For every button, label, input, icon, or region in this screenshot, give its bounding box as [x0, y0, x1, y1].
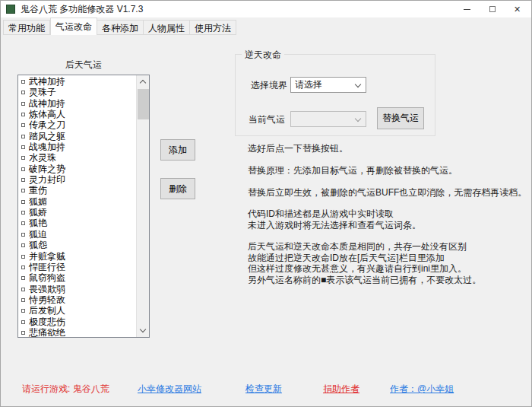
unowned-square-icon	[21, 309, 25, 313]
minimize-button[interactable]	[454, 1, 480, 17]
list-item[interactable]: 后发制人	[18, 305, 136, 316]
list-item-label: 畏强欺弱	[29, 284, 65, 294]
defy-fate-groupbox: 逆天改命 选择境界： 请选择 当前气运 替换气运	[235, 54, 435, 136]
list-item[interactable]: 狐艳	[18, 218, 136, 228]
list-item[interactable]: 武神加持	[18, 76, 136, 87]
unowned-square-icon	[21, 243, 25, 247]
list-item[interactable]: 狐迫	[18, 229, 136, 240]
list-item[interactable]: 灵力封印	[18, 174, 136, 185]
list-item-label: 狐怨	[29, 240, 47, 250]
donate-link[interactable]: 捐助作者	[323, 383, 359, 396]
current-fortune-label: 当前气运	[249, 113, 285, 126]
list-item-label: 传承之刀	[29, 119, 65, 130]
list-item-label: 灵珠子	[29, 87, 56, 97]
unowned-square-icon	[21, 288, 25, 291]
list-item[interactable]: 悍匪行径	[18, 262, 136, 272]
list-item[interactable]: 并赃拿贼	[18, 251, 136, 262]
tab-fortune-change[interactable]: 气运改命	[50, 17, 97, 35]
fortune-list: 武神加持灵珠子战神加持炼体高人传承之刀踏风之躯战魂加持水灵珠破阵之势灵力封印重伤…	[18, 76, 136, 337]
tab-strip: 常用功能 气运改命 各种添加 人物属性 使用方法	[1, 17, 531, 35]
note-realtime-read: 代码ID和描述都是从游戏中实时读取 未进入游戏时将无法选择和查看气运词条。	[248, 208, 421, 231]
window-title: 鬼谷八荒 多功能修改器 V1.7.3	[21, 1, 143, 17]
title-bar: 鬼谷八荒 多功能修改器 V1.7.3 ✕	[1, 1, 531, 17]
unowned-square-icon	[21, 221, 25, 225]
list-item-label: 战神加持	[29, 98, 65, 109]
tab-character-attributes[interactable]: 人物属性	[144, 20, 190, 35]
unowned-square-icon	[21, 145, 25, 149]
list-item-label: 极度悲伤	[29, 316, 65, 327]
delete-button[interactable]: 删除	[160, 178, 195, 199]
fortune-listbox: 武神加持灵珠子战神加持炼体高人传承之刀踏风之躯战魂加持水灵珠破阵之势灵力封印重伤…	[17, 75, 150, 338]
scroll-up-button[interactable]	[137, 75, 150, 88]
list-item-label: 悍匪行径	[29, 262, 65, 272]
list-item[interactable]: 炼体高人	[18, 109, 136, 119]
chevron-down-icon	[355, 81, 361, 87]
tab-common-functions[interactable]: 常用功能	[3, 20, 50, 35]
app-icon	[6, 5, 15, 14]
maximize-icon	[489, 6, 496, 12]
list-item-label: 狐娇	[29, 207, 47, 218]
list-item[interactable]: 战魂加持	[18, 141, 136, 152]
list-item-label: 狐迫	[29, 229, 47, 240]
add-button[interactable]: 添加	[160, 139, 195, 161]
list-item[interactable]: 狐怨	[18, 240, 136, 250]
realm-label: 选择境界：	[251, 79, 296, 92]
current-fortune-select[interactable]	[290, 111, 366, 127]
list-scrollbar[interactable]	[136, 75, 149, 337]
scroll-thumb[interactable]	[138, 89, 149, 119]
note-extra-info: 后天气运和逆天改命本质是相同的，共存一处没有区别 故能通过把逆天改命ID放在[后…	[248, 241, 481, 285]
note-line: 后天气运和逆天改命本质是相同的，共存一处没有区别	[248, 241, 481, 253]
unowned-square-icon	[21, 135, 25, 138]
list-item[interactable]: 悲痛欲绝	[18, 327, 136, 337]
list-item-label: 重伤	[29, 185, 47, 196]
unowned-square-icon	[21, 211, 25, 215]
tab-usage[interactable]: 使用方法	[190, 20, 236, 35]
list-item[interactable]: 畏强欺弱	[18, 284, 136, 294]
note-line: 另外气运名称前的■表示该气运当前已拥有，不要改太过。	[248, 275, 481, 286]
realm-select[interactable]: 请选择	[290, 77, 366, 93]
list-item[interactable]: 水灵珠	[18, 152, 136, 163]
chevron-down-icon	[355, 116, 361, 122]
unowned-square-icon	[21, 276, 25, 280]
note-line: 代码ID和描述都是从游戏中实时读取	[248, 208, 421, 220]
website-link[interactable]: 小幸修改器网站	[138, 383, 201, 396]
list-item-label: 鼠窃狗盗	[29, 272, 65, 283]
list-item-label: 悲痛欲绝	[29, 327, 65, 337]
author-link[interactable]: 作者：@小幸姐	[390, 383, 454, 396]
unowned-square-icon	[21, 167, 25, 171]
maximize-button[interactable]	[480, 1, 505, 17]
list-item[interactable]: 极度悲伤	[18, 316, 136, 327]
list-item[interactable]: 传承之刀	[18, 119, 136, 130]
list-item[interactable]: 战神加持	[18, 98, 136, 109]
list-item[interactable]: 狐媚	[18, 196, 136, 207]
unowned-square-icon	[21, 102, 25, 106]
app-window: 鬼谷八荒 多功能修改器 V1.7.3 ✕ 常用功能 气运改命 各种添加 人物属性…	[0, 0, 532, 407]
list-item-label: 恃勇轻敌	[29, 294, 65, 305]
unowned-square-icon	[21, 156, 25, 160]
list-title: 后天气运	[17, 59, 150, 72]
list-item[interactable]: 灵珠子	[18, 87, 136, 97]
minimize-icon	[464, 9, 470, 10]
scroll-down-button[interactable]	[137, 324, 150, 337]
unowned-square-icon	[21, 189, 25, 192]
list-item[interactable]: 踏风之躯	[18, 131, 136, 141]
replace-fortune-button[interactable]: 替换气运	[377, 107, 424, 129]
close-button[interactable]: ✕	[505, 1, 530, 17]
note-click-replace: 选好后点一下替换按钮。	[248, 143, 348, 154]
note-replace-principle: 替换原理：先添加目标气运，再删除被替换的气运。	[248, 165, 458, 176]
chevron-up-icon	[140, 80, 146, 86]
list-item[interactable]: 狐娇	[18, 207, 136, 218]
close-icon: ✕	[514, 5, 521, 14]
unowned-square-icon	[21, 331, 25, 335]
window-controls: ✕	[454, 1, 530, 17]
chevron-down-icon	[140, 326, 146, 332]
list-item[interactable]: 恃勇轻敌	[18, 294, 136, 305]
unowned-square-icon	[21, 320, 25, 324]
tab-various-add[interactable]: 各种添加	[97, 20, 144, 35]
unowned-square-icon	[21, 91, 25, 94]
list-item-label: 灵力封印	[29, 174, 65, 185]
list-item[interactable]: 鼠窃狗盗	[18, 272, 136, 283]
check-update-link[interactable]: 检查更新	[245, 383, 282, 396]
list-item[interactable]: 破阵之势	[18, 164, 136, 174]
list-item[interactable]: 重伤	[18, 185, 136, 196]
